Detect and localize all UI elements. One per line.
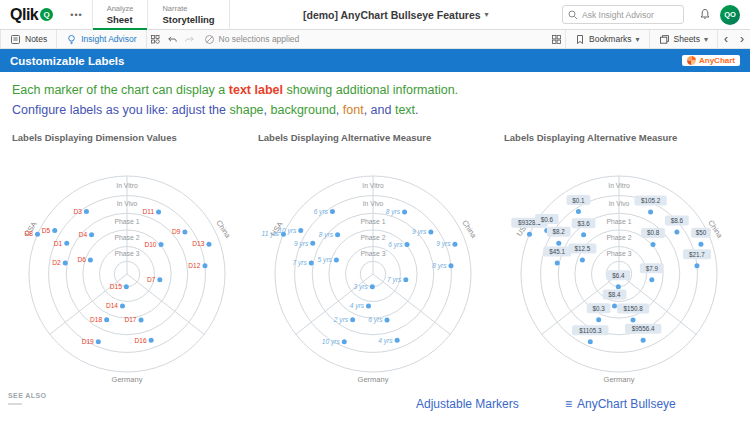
svg-text:$0.8: $0.8 bbox=[647, 229, 660, 236]
svg-text:$6.4: $6.4 bbox=[612, 272, 625, 279]
notifications-button[interactable] bbox=[690, 6, 720, 24]
grid-glyph bbox=[551, 34, 562, 45]
toolbar-right: Bookmarks ▾ Sheets ▾ ‹ › bbox=[548, 30, 750, 49]
notes-icon bbox=[10, 34, 21, 45]
sheet-toolbar: Notes Insight Advisor bbox=[0, 30, 750, 49]
link-label: AnyChart Bullseye bbox=[577, 397, 676, 411]
svg-text:Phase 3: Phase 3 bbox=[361, 250, 386, 257]
see-also-expander[interactable] bbox=[8, 403, 22, 405]
bullseye-chart-alt-measure-2[interactable]: In VitroIn VivoPhase 1Phase 2Phase 3USAC… bbox=[496, 143, 742, 395]
bullseye-chart-alt-measure-1[interactable]: In VitroIn VivoPhase 1Phase 2Phase 3USAC… bbox=[250, 143, 496, 395]
svg-text:D17: D17 bbox=[124, 316, 136, 323]
svg-text:6 yrs: 6 yrs bbox=[388, 241, 403, 249]
no-selections-icon bbox=[204, 34, 215, 45]
chart-title: Labels Displaying Alternative Measure bbox=[258, 132, 496, 143]
insight-advisor-button[interactable]: Insight Advisor bbox=[57, 30, 145, 49]
svg-text:$150.8: $150.8 bbox=[623, 305, 643, 312]
svg-text:In Vivo: In Vivo bbox=[117, 200, 138, 207]
tab-narrate-storytelling[interactable]: Narrate Storytelling bbox=[148, 0, 228, 30]
svg-text:$8.2: $8.2 bbox=[553, 228, 566, 235]
svg-text:$1105.3: $1105.3 bbox=[579, 327, 602, 334]
step-forward-icon[interactable] bbox=[181, 31, 198, 48]
bullseye-chart-dimension-values[interactable]: In VitroIn VivoPhase 1Phase 2Phase 3USAC… bbox=[4, 143, 250, 395]
anychart-logo-icon bbox=[687, 56, 696, 65]
svg-text:China: China bbox=[214, 218, 233, 240]
link-anychart-bullseye[interactable]: ≡ AnyChart Bullseye bbox=[565, 397, 676, 411]
user-avatar[interactable]: QO bbox=[720, 5, 740, 25]
svg-text:D6: D6 bbox=[77, 256, 86, 263]
svg-text:11 yrs: 11 yrs bbox=[262, 230, 280, 238]
sheets-icon bbox=[659, 34, 670, 45]
tab-section-label: Narrate bbox=[162, 4, 214, 13]
link-adjustable-markers[interactable]: Adjustable Markers bbox=[416, 397, 519, 411]
svg-text:$50: $50 bbox=[696, 229, 707, 236]
svg-text:$0.3: $0.3 bbox=[593, 305, 606, 312]
svg-text:D13: D13 bbox=[192, 240, 204, 247]
chevron-down-icon: ▾ bbox=[485, 10, 489, 19]
chevron-down-icon: ▾ bbox=[636, 35, 640, 44]
link-label: Adjustable Markers bbox=[416, 397, 519, 411]
search-input[interactable] bbox=[582, 10, 678, 20]
qlik-q-icon: Q bbox=[40, 8, 53, 21]
svg-text:D7: D7 bbox=[147, 276, 156, 283]
svg-text:D14: D14 bbox=[106, 302, 118, 309]
description-line-2: Configure labels as you like: adjust the… bbox=[12, 102, 738, 119]
svg-text:D10: D10 bbox=[144, 241, 156, 248]
insight-advisor-label: Insight Advisor bbox=[81, 34, 136, 44]
chevron-down-icon: ▾ bbox=[704, 35, 708, 44]
svg-text:$9556.4: $9556.4 bbox=[632, 325, 655, 332]
svg-text:8 yrs: 8 yrs bbox=[386, 208, 401, 216]
svg-text:9 yrs: 9 yrs bbox=[436, 240, 451, 248]
sheets-button[interactable]: Sheets ▾ bbox=[650, 30, 717, 49]
svg-text:Phase 2: Phase 2 bbox=[607, 234, 632, 241]
svg-text:$0.6: $0.6 bbox=[541, 216, 554, 223]
svg-text:China: China bbox=[460, 218, 479, 240]
bookmarks-label: Bookmarks bbox=[589, 34, 632, 44]
svg-text:Phase 1: Phase 1 bbox=[607, 218, 632, 225]
svg-text:10 yrs: 10 yrs bbox=[278, 227, 297, 235]
anychart-brand-badge[interactable]: AnyChart bbox=[682, 55, 740, 66]
bell-icon bbox=[699, 8, 711, 20]
no-selections-status: No selections applied bbox=[198, 34, 306, 45]
svg-text:D3: D3 bbox=[73, 208, 82, 215]
svg-text:8 yrs: 8 yrs bbox=[432, 262, 447, 270]
notes-button[interactable]: Notes bbox=[1, 30, 56, 49]
sheet-title: Customizable Labels bbox=[10, 55, 124, 67]
description-line-1: Each marker of the chart can display a t… bbox=[12, 82, 738, 99]
description-block: Each marker of the chart can display a t… bbox=[0, 72, 750, 119]
previous-sheet-button[interactable]: ‹ bbox=[718, 31, 734, 48]
svg-text:D9: D9 bbox=[172, 228, 181, 235]
app-title-dropdown[interactable]: [demo] AnyChart Bullseye Features ▾ bbox=[230, 9, 562, 21]
svg-text:D5: D5 bbox=[42, 227, 51, 234]
svg-text:8 yrs: 8 yrs bbox=[319, 231, 334, 239]
qlik-logo[interactable]: Qlik Q bbox=[0, 6, 61, 24]
selection-tool-icon[interactable] bbox=[147, 31, 164, 48]
sheet-title-bar: Customizable Labels AnyChart bbox=[0, 49, 750, 72]
bookmarks-button[interactable]: Bookmarks ▾ bbox=[566, 30, 649, 49]
svg-text:Germany: Germany bbox=[358, 375, 389, 384]
svg-text:D16: D16 bbox=[135, 337, 147, 344]
svg-text:Phase 1: Phase 1 bbox=[361, 218, 386, 225]
svg-text:Phase 2: Phase 2 bbox=[115, 234, 140, 241]
svg-text:Germany: Germany bbox=[604, 375, 635, 384]
svg-text:Phase 1: Phase 1 bbox=[115, 218, 140, 225]
svg-text:D18: D18 bbox=[90, 316, 102, 323]
svg-text:D2: D2 bbox=[52, 259, 61, 266]
selections-grid-icon[interactable] bbox=[548, 31, 565, 48]
svg-text:In Vitro: In Vitro bbox=[608, 182, 630, 189]
svg-text:D12: D12 bbox=[188, 262, 200, 269]
svg-text:D8: D8 bbox=[25, 230, 34, 237]
chart-panel-alt-measure-1: Labels Displaying Alternative Measure In… bbox=[250, 122, 496, 395]
svg-text:Phase 3: Phase 3 bbox=[607, 250, 632, 257]
next-sheet-button[interactable]: › bbox=[734, 31, 750, 48]
insight-advisor-search[interactable] bbox=[562, 5, 684, 24]
global-menu-icon[interactable]: ••• bbox=[61, 10, 91, 20]
tab-analyze-sheet[interactable]: Analyze Sheet bbox=[93, 0, 148, 30]
step-forward-glyph bbox=[184, 34, 195, 45]
tab-section-label: Analyze bbox=[107, 4, 134, 13]
qlik-logo-text: Qlik bbox=[10, 6, 38, 24]
see-also-label: SEE ALSO bbox=[8, 392, 46, 399]
svg-text:$0.1: $0.1 bbox=[572, 197, 585, 204]
svg-text:D15: D15 bbox=[110, 283, 122, 290]
step-back-icon[interactable] bbox=[164, 31, 181, 48]
